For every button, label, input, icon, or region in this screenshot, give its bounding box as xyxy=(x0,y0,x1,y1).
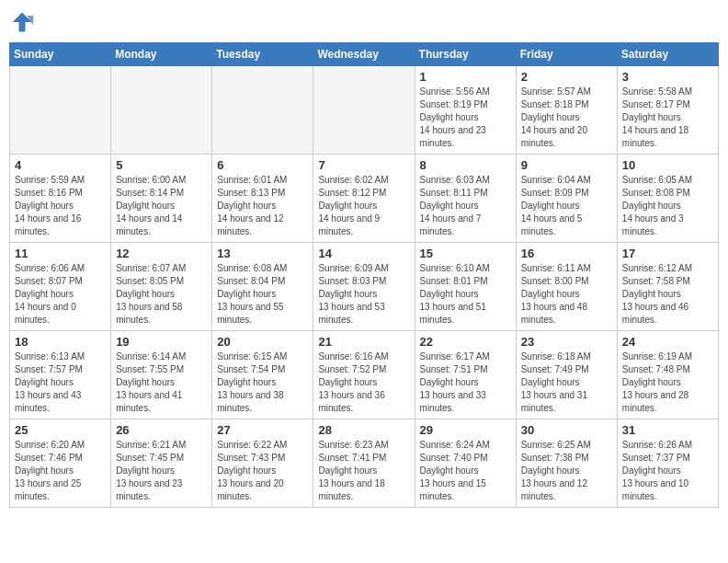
calendar-day-empty xyxy=(313,66,415,155)
day-number: 3 xyxy=(622,70,713,84)
svg-marker-0 xyxy=(13,13,32,32)
calendar-day-23: 23Sunrise: 6:18 AMSunset: 7:49 PMDayligh… xyxy=(516,331,617,419)
day-info: Sunrise: 6:23 AMSunset: 7:41 PMDaylight … xyxy=(318,439,409,503)
calendar-day-27: 27Sunrise: 6:22 AMSunset: 7:43 PMDayligh… xyxy=(212,419,313,508)
day-info: Sunrise: 6:16 AMSunset: 7:52 PMDaylight … xyxy=(318,350,409,415)
day-info: Sunrise: 6:20 AMSunset: 7:46 PMDaylight … xyxy=(15,439,106,503)
header xyxy=(9,9,719,35)
day-number: 1 xyxy=(420,70,511,84)
calendar-day-8: 8Sunrise: 6:03 AMSunset: 8:11 PMDaylight… xyxy=(415,155,516,243)
logo-icon xyxy=(9,9,35,35)
calendar-day-15: 15Sunrise: 6:10 AMSunset: 8:01 PMDayligh… xyxy=(415,243,516,331)
calendar-day-empty xyxy=(212,66,313,155)
calendar-week-5: 25Sunrise: 6:20 AMSunset: 7:46 PMDayligh… xyxy=(10,419,719,508)
calendar-header-monday: Monday xyxy=(111,43,212,66)
day-info: Sunrise: 6:24 AMSunset: 7:40 PMDaylight … xyxy=(420,439,511,503)
day-info: Sunrise: 6:02 AMSunset: 8:12 PMDaylight … xyxy=(318,174,409,238)
calendar-day-18: 18Sunrise: 6:13 AMSunset: 7:57 PMDayligh… xyxy=(10,331,111,419)
day-info: Sunrise: 6:07 AMSunset: 8:05 PMDaylight … xyxy=(116,262,207,327)
calendar-day-14: 14Sunrise: 6:09 AMSunset: 8:03 PMDayligh… xyxy=(313,243,415,331)
calendar-day-20: 20Sunrise: 6:15 AMSunset: 7:54 PMDayligh… xyxy=(212,331,313,419)
day-number: 22 xyxy=(420,335,511,349)
calendar-header-wednesday: Wednesday xyxy=(313,43,415,66)
page: SundayMondayTuesdayWednesdayThursdayFrid… xyxy=(0,0,728,517)
calendar-day-empty xyxy=(10,66,111,155)
day-number: 29 xyxy=(420,423,511,437)
day-number: 2 xyxy=(521,70,612,84)
calendar-day-26: 26Sunrise: 6:21 AMSunset: 7:45 PMDayligh… xyxy=(111,419,212,508)
calendar-day-10: 10Sunrise: 6:05 AMSunset: 8:08 PMDayligh… xyxy=(617,155,718,243)
day-info: Sunrise: 6:13 AMSunset: 7:57 PMDaylight … xyxy=(15,350,106,415)
day-info: Sunrise: 6:08 AMSunset: 8:04 PMDaylight … xyxy=(217,262,308,327)
day-number: 24 xyxy=(622,335,713,349)
day-number: 14 xyxy=(318,247,409,260)
day-info: Sunrise: 6:01 AMSunset: 8:13 PMDaylight … xyxy=(217,174,308,238)
day-info: Sunrise: 6:21 AMSunset: 7:45 PMDaylight … xyxy=(116,439,207,503)
calendar-day-24: 24Sunrise: 6:19 AMSunset: 7:48 PMDayligh… xyxy=(617,331,718,419)
day-info: Sunrise: 6:11 AMSunset: 8:00 PMDaylight … xyxy=(521,262,612,327)
day-number: 30 xyxy=(521,423,612,437)
calendar-table: SundayMondayTuesdayWednesdayThursdayFrid… xyxy=(9,42,719,508)
day-number: 15 xyxy=(420,247,511,260)
calendar-day-3: 3Sunrise: 5:58 AMSunset: 8:17 PMDaylight… xyxy=(617,66,718,155)
day-info: Sunrise: 6:19 AMSunset: 7:48 PMDaylight … xyxy=(622,350,713,415)
day-number: 19 xyxy=(116,335,207,349)
calendar-day-25: 25Sunrise: 6:20 AMSunset: 7:46 PMDayligh… xyxy=(10,419,111,508)
calendar-day-12: 12Sunrise: 6:07 AMSunset: 8:05 PMDayligh… xyxy=(111,243,212,331)
calendar-day-11: 11Sunrise: 6:06 AMSunset: 8:07 PMDayligh… xyxy=(10,243,111,331)
calendar-day-4: 4Sunrise: 5:59 AMSunset: 8:16 PMDaylight… xyxy=(10,155,111,243)
calendar-day-1: 1Sunrise: 5:56 AMSunset: 8:19 PMDaylight… xyxy=(415,66,516,155)
day-info: Sunrise: 5:58 AMSunset: 8:17 PMDaylight … xyxy=(622,86,713,150)
day-number: 20 xyxy=(217,335,308,349)
day-info: Sunrise: 5:57 AMSunset: 8:18 PMDaylight … xyxy=(521,86,612,150)
day-info: Sunrise: 6:03 AMSunset: 8:11 PMDaylight … xyxy=(420,174,511,238)
day-info: Sunrise: 6:18 AMSunset: 7:49 PMDaylight … xyxy=(521,350,612,415)
calendar-day-29: 29Sunrise: 6:24 AMSunset: 7:40 PMDayligh… xyxy=(415,419,516,508)
day-number: 27 xyxy=(217,423,308,437)
day-number: 21 xyxy=(318,335,409,349)
calendar-header-friday: Friday xyxy=(516,43,617,66)
calendar-day-31: 31Sunrise: 6:26 AMSunset: 7:37 PMDayligh… xyxy=(617,419,718,508)
day-number: 10 xyxy=(622,158,713,172)
day-number: 9 xyxy=(521,158,612,172)
day-info: Sunrise: 5:59 AMSunset: 8:16 PMDaylight … xyxy=(15,174,106,238)
day-number: 4 xyxy=(15,158,106,172)
day-info: Sunrise: 6:25 AMSunset: 7:38 PMDaylight … xyxy=(521,439,612,503)
calendar-week-1: 1Sunrise: 5:56 AMSunset: 8:19 PMDaylight… xyxy=(10,66,719,155)
day-info: Sunrise: 6:22 AMSunset: 7:43 PMDaylight … xyxy=(217,439,308,503)
day-number: 18 xyxy=(15,335,106,349)
day-info: Sunrise: 6:26 AMSunset: 7:37 PMDaylight … xyxy=(622,439,713,503)
day-number: 17 xyxy=(622,247,713,260)
day-number: 11 xyxy=(15,247,106,260)
calendar-header-row: SundayMondayTuesdayWednesdayThursdayFrid… xyxy=(10,43,719,66)
calendar-day-19: 19Sunrise: 6:14 AMSunset: 7:55 PMDayligh… xyxy=(111,331,212,419)
calendar-day-empty xyxy=(111,66,212,155)
day-number: 31 xyxy=(622,423,713,437)
calendar-day-13: 13Sunrise: 6:08 AMSunset: 8:04 PMDayligh… xyxy=(212,243,313,331)
day-number: 12 xyxy=(116,247,207,260)
calendar-day-5: 5Sunrise: 6:00 AMSunset: 8:14 PMDaylight… xyxy=(111,155,212,243)
calendar-header-sunday: Sunday xyxy=(10,43,111,66)
calendar-day-7: 7Sunrise: 6:02 AMSunset: 8:12 PMDaylight… xyxy=(313,155,415,243)
calendar-day-2: 2Sunrise: 5:57 AMSunset: 8:18 PMDaylight… xyxy=(516,66,617,155)
day-number: 8 xyxy=(420,158,511,172)
calendar-day-22: 22Sunrise: 6:17 AMSunset: 7:51 PMDayligh… xyxy=(415,331,516,419)
day-info: Sunrise: 6:00 AMSunset: 8:14 PMDaylight … xyxy=(116,174,207,238)
day-number: 23 xyxy=(521,335,612,349)
calendar-week-4: 18Sunrise: 6:13 AMSunset: 7:57 PMDayligh… xyxy=(10,331,719,419)
calendar-week-2: 4Sunrise: 5:59 AMSunset: 8:16 PMDaylight… xyxy=(10,155,719,243)
calendar-header-saturday: Saturday xyxy=(617,43,718,66)
day-info: Sunrise: 6:04 AMSunset: 8:09 PMDaylight … xyxy=(521,174,612,238)
day-info: Sunrise: 6:14 AMSunset: 7:55 PMDaylight … xyxy=(116,350,207,415)
calendar-week-3: 11Sunrise: 6:06 AMSunset: 8:07 PMDayligh… xyxy=(10,243,719,331)
day-number: 16 xyxy=(521,247,612,260)
calendar-day-30: 30Sunrise: 6:25 AMSunset: 7:38 PMDayligh… xyxy=(516,419,617,508)
day-number: 25 xyxy=(15,423,106,437)
day-number: 7 xyxy=(318,158,409,172)
logo xyxy=(9,9,39,35)
day-info: Sunrise: 6:06 AMSunset: 8:07 PMDaylight … xyxy=(15,262,106,327)
day-number: 13 xyxy=(217,247,308,260)
day-info: Sunrise: 6:12 AMSunset: 7:58 PMDaylight … xyxy=(622,262,713,327)
calendar-day-6: 6Sunrise: 6:01 AMSunset: 8:13 PMDaylight… xyxy=(212,155,313,243)
day-info: Sunrise: 6:17 AMSunset: 7:51 PMDaylight … xyxy=(420,350,511,415)
